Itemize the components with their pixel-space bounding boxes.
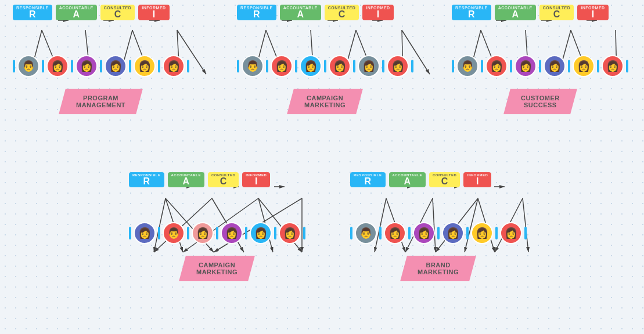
badge-accountable: ACCOUNTABLE A [280,5,321,20]
avatar: 👩 [163,55,185,77]
avatars-row: 👨 👩 👩 👩 👩 👩 [452,55,628,77]
bar [237,60,239,72]
avatar: 👩 [500,222,522,244]
bar [510,60,512,72]
bar [597,60,599,72]
badges-row: RESPONSIBLE R ACCOUNTABLE A CONSULTED C … [452,5,628,20]
dept-label-container: PROGRAM MANAGEMENT [13,89,189,114]
dept-shape: CAMPAIGN MARKETING [179,256,256,281]
avatar: 👩 [134,222,156,244]
dept-shape: CUSTOMER SUCCESS [503,89,577,114]
bar [245,227,247,239]
avatar: 👩 [250,222,272,244]
bar [129,60,131,72]
badge-consulted: CONSULTED C [325,5,359,20]
avatar: 👩 [134,55,156,77]
badges-row: RESPONSIBLE R ACCOUNTABLE A CONSULTED C … [350,172,527,187]
avatar: 👩 [387,55,409,77]
avatar: 👩 [413,222,435,244]
badges-row: RESPONSIBLE R ACCOUNTABLE A CONSULTED C … [129,172,305,187]
avatar: 👨 [456,55,478,77]
badge-accountable: ACCOUNTABLE A [389,172,426,187]
badge-informed: INFORMED I [242,172,270,187]
badge-informed: INFORMED I [577,5,608,20]
bar [481,60,483,72]
avatar: 👩 [384,222,406,244]
dept-shape: CAMPAIGN MARKETING [287,89,364,114]
bar [295,60,297,72]
dept-label: CAMPAIGN MARKETING [196,262,238,275]
badge-responsible: RESPONSIBLE R [350,172,386,187]
bar [379,227,382,239]
group-brand-marketing: RESPONSIBLE R ACCOUNTABLE A CONSULTED C … [350,172,527,281]
avatar: 👩 [75,55,98,77]
bar [452,60,454,72]
avatars-row: 👨 👩 👩 👩 👩 👩 [350,222,527,244]
avatar: 👩 [358,55,380,77]
avatars-row: 👨 👩 👩 👩 👩 👩 [237,55,413,77]
bar [100,60,102,72]
badge-accountable: ACCOUNTABLE A [56,5,97,20]
avatar: 👨 [17,55,39,77]
avatar: 👩 [221,222,243,244]
badge-accountable: ACCOUNTABLE A [168,172,204,187]
avatars-row: 👨 👩 👩 👩 👩 👩 [13,55,189,77]
bar [539,60,541,72]
avatar: 👩 [329,55,351,77]
bar [408,227,411,239]
bar [382,60,384,72]
dept-label: CUSTOMER SUCCESS [521,95,560,108]
badge-consulted: CONSULTED C [100,5,135,20]
dept-shape: BRAND MARKETING [401,256,477,281]
bar [266,60,268,72]
bar [350,227,352,239]
bar [466,227,469,239]
badges-row: RESPONSIBLE R ACCOUNTABLE A CONSULTED C … [237,5,413,20]
avatar: 👩 [442,222,464,244]
bar [158,227,160,239]
bar [158,60,160,72]
dept-label: PROGRAM MANAGEMENT [76,95,125,108]
badge-consulted: CONSULTED C [539,5,574,20]
avatar: 👩 [46,55,69,77]
avatar: 👩 [300,55,322,77]
badge-informed: INFORMED I [362,5,393,20]
bar [353,60,355,72]
avatar: 👩 [105,55,127,77]
bar [303,227,305,239]
avatars-row: 👩 👨 👩 👩 👩 👩 [129,222,305,244]
avatar: 👨 [355,222,377,244]
dept-label: CAMPAIGN MARKETING [304,95,346,108]
avatar: 👩 [602,55,624,77]
group-campaign-marketing-1: RESPONSIBLE R ACCOUNTABLE A CONSULTED C … [237,5,413,114]
bar [324,60,326,72]
badge-consulted: CONSULTED C [208,172,239,187]
dept-label-container: CAMPAIGN MARKETING [129,256,305,281]
bar [274,227,276,239]
dept-label: BRAND MARKETING [418,262,459,275]
badge-responsible: RESPONSIBLE R [452,5,491,20]
dept-label-container: CAMPAIGN MARKETING [237,89,413,114]
avatar: 👩 [271,55,293,77]
bar [187,60,189,72]
badge-consulted: CONSULTED C [429,172,460,187]
dept-label-container: BRAND MARKETING [350,256,527,281]
bar [568,60,570,72]
bar [42,60,44,72]
badge-responsible: RESPONSIBLE R [129,172,164,187]
bar [216,227,218,239]
bar [411,60,413,72]
bar [187,227,189,239]
avatar: 👨 [242,55,264,77]
dept-shape: PROGRAM MANAGEMENT [59,89,143,114]
badge-informed: INFORMED I [463,172,491,187]
group-campaign-marketing-2: RESPONSIBLE R ACCOUNTABLE A CONSULTED C … [129,172,305,281]
badges-row: RESPONSIBLE R ACCOUNTABLE A CONSULTED C … [13,5,189,20]
bar [71,60,73,72]
avatar: 👩 [573,55,595,77]
bar [524,227,527,239]
badge-responsible: RESPONSIBLE R [237,5,276,20]
badge-responsible: RESPONSIBLE R [13,5,52,20]
bar [495,227,498,239]
avatar: 👩 [192,222,214,244]
